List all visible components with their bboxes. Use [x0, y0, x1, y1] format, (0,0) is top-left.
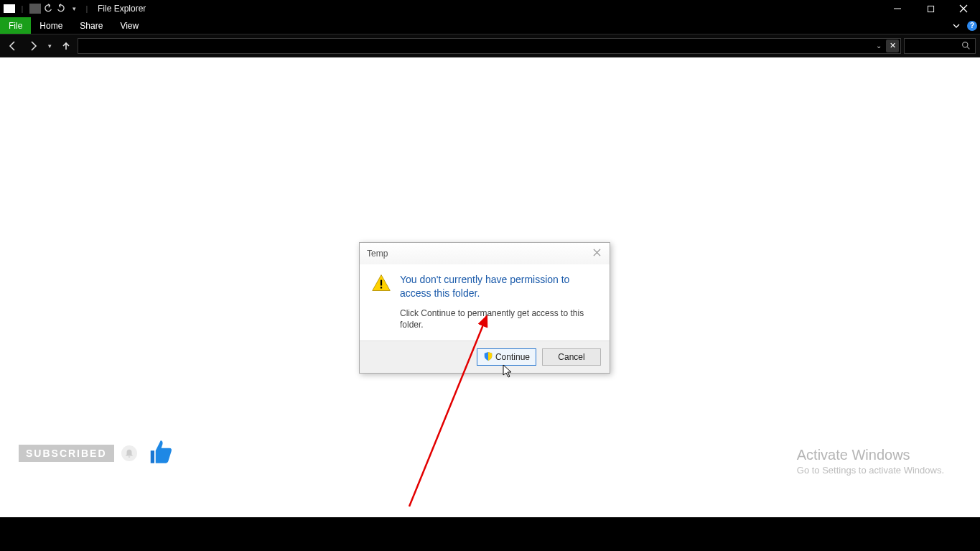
refresh-button[interactable]: ✕ [886, 40, 899, 52]
permission-dialog: Temp You don't currently have permission… [359, 242, 610, 374]
tab-share[interactable]: Share [71, 17, 111, 34]
bell-icon [121, 445, 137, 461]
qat-dropdown-icon[interactable]: ▾ [67, 2, 80, 15]
activate-windows-watermark: Activate Windows Go to Settings to activ… [797, 447, 944, 476]
dialog-subtext: Click Continue to permanently get access… [400, 307, 598, 330]
qat-properties-icon[interactable] [29, 2, 42, 15]
dialog-button-row: Continue Cancel [360, 341, 610, 373]
content-area: Temp You don't currently have permission… [0, 57, 980, 517]
close-window-button[interactable] [947, 0, 980, 17]
app-icon [3, 2, 16, 15]
thumbs-up-icon [144, 437, 174, 470]
address-bar[interactable]: ⌄ ✕ [78, 38, 901, 54]
tab-home[interactable]: Home [31, 17, 71, 34]
titlebar: | ▾ | File Explorer [0, 0, 980, 17]
nav-back-button[interactable] [4, 37, 22, 55]
maximize-button[interactable] [914, 0, 947, 17]
svg-rect-1 [928, 6, 933, 11]
nav-up-button[interactable] [57, 37, 75, 55]
search-icon [961, 41, 971, 50]
qat-separator-2: | [80, 2, 93, 15]
warning-icon [371, 273, 391, 330]
uac-shield-icon [483, 351, 493, 364]
cancel-button-label: Cancel [558, 352, 584, 362]
redo-icon[interactable] [55, 2, 67, 15]
undo-icon[interactable] [42, 2, 55, 15]
help-button[interactable]: ? [964, 17, 980, 34]
tab-view[interactable]: View [111, 17, 147, 34]
minimize-button[interactable] [881, 0, 914, 17]
continue-button[interactable]: Continue [477, 348, 536, 366]
qat-separator: | [16, 2, 29, 15]
window-title: File Explorer [98, 4, 146, 14]
quick-access-toolbar: | ▾ | [3, 2, 93, 15]
tab-file[interactable]: File [0, 17, 31, 34]
search-box[interactable] [904, 38, 976, 54]
bottom-black-band [0, 517, 980, 551]
dialog-titlebar[interactable]: Temp [360, 243, 610, 264]
watermark-line1: Activate Windows [797, 447, 944, 463]
nav-forward-button[interactable] [24, 37, 42, 55]
ribbon-expand-button[interactable] [948, 17, 964, 34]
subscribed-badge: SUBSCRIBED [19, 445, 114, 462]
navigation-bar: ▾ ⌄ ✕ [0, 34, 980, 57]
continue-button-label: Continue [495, 352, 530, 362]
address-dropdown-icon[interactable]: ⌄ [873, 42, 885, 50]
svg-rect-9 [381, 287, 382, 288]
svg-rect-8 [381, 280, 382, 286]
nav-history-dropdown[interactable]: ▾ [45, 37, 55, 55]
ribbon-tabs: File Home Share View ? [0, 17, 980, 34]
dialog-close-button[interactable] [587, 244, 607, 260]
watermark-line2: Go to Settings to activate Windows. [797, 465, 944, 476]
cancel-button[interactable]: Cancel [542, 348, 601, 366]
dialog-title: Temp [367, 249, 388, 259]
svg-line-5 [967, 47, 969, 49]
dialog-heading: You don't currently have permission to a… [400, 273, 598, 300]
youtube-overlay: SUBSCRIBED [19, 437, 174, 470]
svg-point-4 [963, 42, 968, 47]
help-icon: ? [967, 21, 977, 31]
